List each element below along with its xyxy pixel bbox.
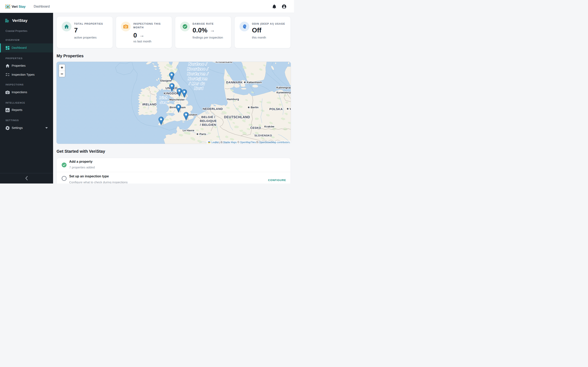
svg-text:Glasgow: Glasgow	[160, 79, 172, 82]
svg-text:★ War: ★ War	[286, 107, 291, 110]
svg-text:Nord: Nord	[194, 86, 204, 90]
svg-text:★ København: ★ København	[243, 81, 262, 84]
svg-text:DEUTSCHLAND: DEUTSCHLAND	[224, 115, 250, 119]
svg-text:Nordsee /: Nordsee /	[189, 62, 207, 66]
svg-text:Kaliningrad: Kaliningrad	[277, 86, 291, 89]
svg-text:/ Mer du: / Mer du	[189, 82, 205, 86]
svg-text:BELGIË /: BELGIË /	[201, 115, 215, 119]
svg-text:SLOVENSKO: SLOVENSKO	[254, 134, 272, 137]
svg-text:Калининград: Калининград	[277, 91, 291, 94]
svg-text:Kraków: Kraków	[264, 125, 274, 128]
svg-text:BELGIQUE: BELGIQUE	[200, 119, 217, 123]
svg-text:ČESKO: ČESKO	[250, 126, 261, 129]
svg-text:Hamburg: Hamburg	[227, 98, 239, 101]
svg-text:★ Berlin: ★ Berlin	[247, 106, 259, 109]
svg-text:NEDERLAND: NEDERLAND	[203, 107, 223, 110]
svg-text:Nordsøen /: Nordsøen /	[187, 72, 208, 76]
svg-text:KINGDOM: KINGDOM	[164, 92, 179, 95]
svg-text:Irish: Irish	[159, 96, 168, 100]
svg-text:IRELAND: IRELAND	[142, 103, 156, 106]
svg-text:POLSKA: POLSKA	[269, 107, 283, 111]
svg-text:Manchester: Manchester	[169, 98, 185, 101]
svg-text:DANMARK: DANMARK	[226, 81, 243, 84]
svg-text:Kristiansand: Kristiansand	[216, 62, 232, 63]
svg-text:Sea: Sea	[160, 100, 167, 104]
svg-text:Nordsjøen: Nordsjøen	[188, 77, 208, 81]
svg-text:Le Havre: Le Havre	[182, 129, 194, 132]
svg-text:/ BELGIEN: / BELGIEN	[200, 123, 216, 126]
svg-text:★ Paris: ★ Paris	[196, 133, 206, 136]
svg-text:London: London	[187, 113, 197, 116]
svg-text:Noordzee /: Noordzee /	[187, 67, 208, 71]
